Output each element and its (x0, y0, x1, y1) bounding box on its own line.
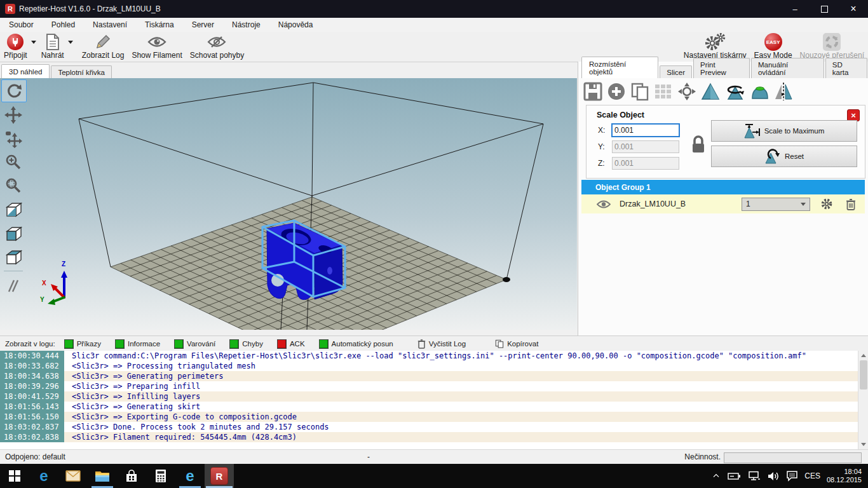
rotate-view-button[interactable] (1, 79, 27, 102)
mail-icon (65, 470, 81, 482)
scrollbar-thumb[interactable] (860, 360, 867, 390)
close-button[interactable]: × (839, 0, 868, 18)
print-bed-scene: Z X Y (0, 78, 577, 330)
reset-scale-button[interactable]: Reset (711, 146, 857, 167)
mirror-object-button[interactable] (774, 82, 793, 101)
object-settings-button[interactable] (820, 198, 833, 210)
rotate-object-button[interactable] (724, 82, 746, 101)
front-view-button[interactable] (1, 223, 25, 245)
tab-slicer[interactable]: Slicer (660, 65, 692, 78)
toggle-varovani[interactable]: Varování (174, 339, 215, 349)
log-time: 18:03:02.838 (0, 432, 64, 442)
emergency-stop-button[interactable]: Nouzové přerušení (796, 32, 868, 62)
toggle-label: Varování (187, 340, 215, 348)
autoposition-button[interactable] (654, 82, 673, 101)
zoom-fit-icon (5, 177, 22, 194)
toggle-informace[interactable]: Informace (115, 339, 160, 349)
tab-rozmisteni-objektu[interactable]: Rozmístění objektů (581, 57, 658, 78)
tab-print-preview[interactable]: Print Preview (693, 58, 750, 78)
parallel-projection-button[interactable] (1, 275, 25, 297)
taskbar-repetier-host[interactable]: R (205, 464, 234, 488)
language-indicator[interactable]: CES (804, 471, 820, 480)
zoom-in-button[interactable] (1, 151, 25, 173)
center-object-button[interactable] (677, 82, 696, 101)
load-button[interactable]: Nahrát (37, 32, 68, 62)
scale-x-input[interactable] (612, 124, 679, 137)
notification-icon[interactable] (786, 470, 798, 482)
tab-teplotni-krivka[interactable]: Teplotní křivka (51, 65, 112, 78)
pencil-icon (95, 33, 111, 51)
taskbar-store[interactable] (117, 464, 146, 488)
menu-pohled[interactable]: Pohled (43, 18, 84, 32)
scale-object-button[interactable] (701, 82, 720, 101)
printer-settings-button[interactable]: Nastavení tiskárny (680, 32, 750, 62)
log-scrollbar[interactable] (858, 351, 868, 449)
copies-dropdown[interactable]: 1 (742, 198, 810, 211)
copy-object-button[interactable] (630, 82, 649, 101)
maximize-button[interactable] (810, 0, 839, 18)
network-icon[interactable] (748, 471, 761, 482)
connect-button[interactable]: Připojit (0, 32, 31, 62)
show-log-button[interactable]: Zobrazit Log (78, 32, 128, 62)
trash-icon (846, 198, 856, 210)
menu-nastaveni[interactable]: Nastavení (84, 18, 136, 32)
tab-sd-karta[interactable]: SD karta (825, 58, 867, 78)
menu-napoveda[interactable]: Nápověda (269, 18, 322, 32)
tray-chevron-icon[interactable] (711, 471, 721, 481)
move-object-button[interactable] (1, 128, 25, 150)
scroll-up-icon[interactable] (861, 354, 866, 357)
show-filament-button[interactable]: Show Filament (128, 32, 186, 62)
tab-manualni-ovladani[interactable]: Manuální ovládání (751, 58, 824, 78)
taskbar-calculator[interactable] (146, 464, 175, 488)
eye-slash-icon (207, 33, 226, 51)
zoom-fit-button[interactable] (1, 175, 25, 196)
battery-icon[interactable] (728, 471, 742, 481)
tab-3d-nahled[interactable]: 3D náhled (1, 64, 50, 78)
scale-z-input[interactable] (612, 157, 679, 170)
taskbar-file-explorer[interactable] (88, 464, 117, 488)
speaker-icon[interactable] (767, 471, 780, 482)
taskbar-mail[interactable] (58, 464, 88, 488)
toggle-automaticky-posun[interactable]: Automatický posun (319, 339, 393, 349)
move-object-icon (4, 130, 22, 148)
lock-scale-toggle[interactable] (690, 135, 707, 155)
top-view-button[interactable] (1, 247, 25, 268)
object-group-header[interactable]: Object Group 1 (581, 180, 865, 194)
move-view-button[interactable] (1, 104, 25, 126)
scroll-down-icon[interactable] (861, 443, 866, 446)
menu-server[interactable]: Server (183, 18, 223, 32)
copy-icon (495, 339, 504, 349)
cut-object-button[interactable] (750, 82, 770, 101)
scale-to-maximum-button[interactable]: Scale to Maximum (711, 120, 857, 142)
connect-dropdown-icon[interactable] (31, 41, 36, 44)
scale-y-input[interactable] (612, 140, 679, 153)
object-row[interactable]: Drzak_LM10UU_B 1 (581, 194, 865, 214)
toggle-prikazy[interactable]: Příkazy (64, 339, 101, 349)
clear-log-button[interactable]: Vyčistit Log (417, 339, 466, 349)
taskbar-clock[interactable]: 18:04 08.12.2015 (827, 468, 862, 484)
system-tray: CES 18:04 08.12.2015 (711, 468, 868, 484)
load-dropdown-icon[interactable] (68, 41, 73, 44)
toggle-ack[interactable]: ACK (277, 339, 305, 349)
minimize-button[interactable]: – (780, 0, 810, 18)
add-object-button[interactable] (607, 82, 626, 101)
menu-soubor[interactable]: Soubor (0, 18, 43, 32)
taskbar-internet-explorer[interactable]: e (175, 464, 205, 488)
store-bag-icon (125, 469, 139, 483)
toggle-chyby[interactable]: Chyby (229, 339, 263, 349)
menu-bar: Soubor Pohled Nastavení Tiskárna Server … (0, 18, 868, 32)
copy-log-button[interactable]: Kopírovat (495, 339, 538, 349)
menu-nastroje[interactable]: Nástroje (223, 18, 269, 32)
easy-mode-button[interactable]: EASY Easy Mode (750, 32, 796, 62)
iso-view-button[interactable] (1, 199, 25, 220)
y-label: Y: (598, 142, 605, 151)
log-row: 18:00:34.638 <Slic3r> => Generating peri… (0, 371, 858, 381)
object-visibility-toggle[interactable] (597, 200, 611, 208)
hide-moves-button[interactable]: Schovat pohyby (186, 32, 248, 62)
taskbar-edge[interactable]: e (29, 464, 58, 488)
start-button[interactable] (0, 464, 29, 488)
viewport-3d[interactable]: Z X Y (0, 78, 577, 330)
menu-tiskarna[interactable]: Tiskárna (136, 18, 183, 32)
object-delete-button[interactable] (846, 198, 856, 210)
save-button[interactable] (583, 82, 602, 101)
